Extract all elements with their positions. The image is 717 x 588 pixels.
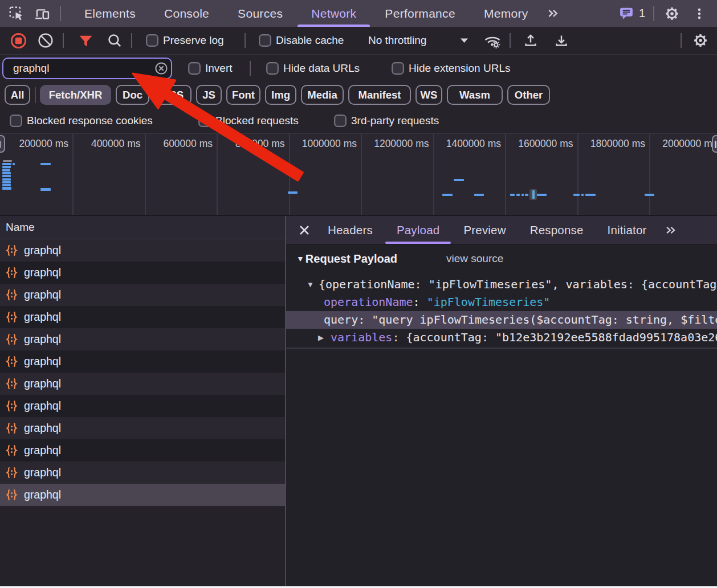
request-row[interactable]: graphql xyxy=(0,417,285,439)
waterfall-bar xyxy=(2,169,10,171)
divider xyxy=(60,6,61,21)
customize-devtools-menu-button[interactable] xyxy=(690,4,709,23)
filter-chip-img[interactable]: Img xyxy=(265,85,296,105)
overview-window-grip-left[interactable] xyxy=(0,135,5,153)
settings-button[interactable] xyxy=(662,4,682,23)
filter-chip-media[interactable]: Media xyxy=(301,85,344,105)
export-har-button[interactable] xyxy=(552,31,571,50)
panel-tab-network[interactable]: Network xyxy=(297,0,370,27)
clear-network-log-button[interactable] xyxy=(36,31,55,50)
import-har-button[interactable] xyxy=(521,31,540,50)
detail-tab-headers[interactable]: Headers xyxy=(316,216,385,244)
3rd-party-requests-checkbox[interactable]: 3rd-party requests xyxy=(334,115,439,127)
filter-chip-wasm[interactable]: Wasm xyxy=(447,85,503,105)
filter-chip-all[interactable]: All xyxy=(5,85,30,105)
checkbox-label: Blocked response cookies xyxy=(27,115,153,127)
issues-button[interactable]: 1 xyxy=(619,6,645,21)
throttling-select[interactable]: No throttling xyxy=(368,34,469,47)
filter-chip-doc[interactable]: Doc xyxy=(116,85,149,105)
record-network-log-button[interactable] xyxy=(9,31,28,50)
network-conditions-button[interactable] xyxy=(483,31,502,50)
chevron-double-right-icon xyxy=(664,223,678,237)
filter-chip-css[interactable]: CSS xyxy=(154,85,192,105)
clear-icon xyxy=(38,32,54,48)
clear-filter-button[interactable] xyxy=(154,62,168,75)
collapse-triangle-icon: ▼ xyxy=(296,254,304,263)
blocked-response-cookies-checkbox[interactable]: Blocked response cookies xyxy=(10,115,153,127)
request-name: graphql xyxy=(24,488,61,501)
payload-tree-row[interactable]: query: "query ipFlowTimeseries($accountT… xyxy=(286,311,717,329)
fetch-xhr-icon xyxy=(5,488,19,502)
filter-chip-js[interactable]: JS xyxy=(196,85,222,105)
request-row[interactable]: graphql xyxy=(0,306,285,328)
filter-chip-font[interactable]: Font xyxy=(226,85,260,105)
filter-chip-ws[interactable]: WS xyxy=(415,85,442,105)
search-network-button[interactable] xyxy=(105,31,124,50)
filter-chip-manifest[interactable]: Manifest xyxy=(348,85,411,105)
upload-icon xyxy=(523,32,539,48)
hide-data-urls-checkbox[interactable]: Hide data URLs xyxy=(266,62,360,75)
waterfall-bar xyxy=(2,187,11,189)
divider xyxy=(131,33,132,48)
request-row[interactable]: graphql xyxy=(0,439,285,462)
request-row[interactable]: graphql xyxy=(0,395,285,417)
request-row[interactable]: graphql xyxy=(0,484,285,506)
chevron-double-right-icon xyxy=(546,6,560,21)
toggle-device-toolbar-button[interactable] xyxy=(32,4,52,23)
payload-json-tree: ▼{operationName: "ipFlowTimeseries", var… xyxy=(286,276,717,349)
code-key: operationName xyxy=(324,295,413,309)
overview-window-grip-right[interactable] xyxy=(712,135,717,153)
panel-tab-memory[interactable]: Memory xyxy=(470,0,543,27)
request-row[interactable]: graphql xyxy=(0,284,285,306)
fetch-xhr-icon xyxy=(5,466,19,480)
filter-input[interactable] xyxy=(13,62,154,75)
payload-tree-row[interactable]: operationName: "ipFlowTimeseries" xyxy=(286,293,717,311)
preserve-log-checkbox[interactable]: Preserve log xyxy=(146,34,224,47)
request-name: graphql xyxy=(24,288,61,301)
request-row[interactable]: graphql xyxy=(0,350,285,373)
detail-tab-payload[interactable]: Payload xyxy=(385,216,451,244)
payload-tree-row[interactable]: ▶variables: {accountTag: "b12e3b2192ee55… xyxy=(286,329,717,346)
panel-tab-performance[interactable]: Performance xyxy=(370,0,470,27)
network-overview-timeline[interactable]: 200000 ms400000 ms600000 ms800000 ms1000… xyxy=(0,133,717,216)
close-detail-button[interactable] xyxy=(293,219,316,242)
hide-extension-urls-checkbox[interactable]: Hide extension URLs xyxy=(392,62,510,75)
name-column-header[interactable]: Name xyxy=(0,216,285,239)
more-detail-tabs-button[interactable] xyxy=(661,220,681,240)
view-source-link[interactable]: view source xyxy=(446,252,503,265)
request-row[interactable]: graphql xyxy=(0,373,285,395)
panel-tab-console[interactable]: Console xyxy=(150,0,223,27)
request-payload-section-header[interactable]: ▼ Request Payload view source xyxy=(286,244,717,273)
request-row[interactable]: graphql xyxy=(0,328,285,350)
fetch-xhr-icon xyxy=(5,243,19,258)
request-row[interactable]: graphql xyxy=(0,239,285,262)
filter-chip-other[interactable]: Other xyxy=(507,85,550,105)
blocked-requests-checkbox[interactable]: Blocked requests xyxy=(198,115,299,127)
fetch-xhr-icon xyxy=(5,354,19,369)
detail-tab-preview[interactable]: Preview xyxy=(451,216,518,244)
panel-tab-sources[interactable]: Sources xyxy=(223,0,297,27)
search-icon xyxy=(107,32,123,49)
request-row[interactable]: graphql xyxy=(0,462,285,484)
network-settings-button[interactable] xyxy=(691,31,710,50)
filter-chip-fetch-xhr[interactable]: Fetch/XHR xyxy=(40,85,111,105)
expander-right-icon[interactable]: ▶ xyxy=(318,329,324,346)
disable-cache-checkbox[interactable]: Disable cache xyxy=(259,34,344,47)
divider xyxy=(35,87,36,103)
request-name: graphql xyxy=(24,244,61,257)
request-row[interactable]: graphql xyxy=(0,262,285,284)
detail-tab-response[interactable]: Response xyxy=(518,216,596,244)
code-str: "ipFlowTimeseries" xyxy=(427,295,551,309)
checkbox-icon xyxy=(392,62,404,75)
expander-down-icon[interactable]: ▼ xyxy=(307,276,314,293)
payload-tree-row[interactable]: ▼{operationName: "ipFlowTimeseries", var… xyxy=(286,276,717,293)
detail-tab-initiator[interactable]: Initiator xyxy=(596,216,659,244)
issues-chat-icon xyxy=(619,6,634,21)
request-name: graphql xyxy=(24,355,61,368)
inspect-element-icon-button[interactable] xyxy=(6,4,26,23)
timeline-gridline xyxy=(577,134,579,215)
filter-toggle-button[interactable] xyxy=(76,31,95,50)
more-panels-button[interactable] xyxy=(544,4,563,23)
invert-checkbox[interactable]: Invert xyxy=(188,62,233,75)
panel-tab-elements[interactable]: Elements xyxy=(70,0,150,27)
